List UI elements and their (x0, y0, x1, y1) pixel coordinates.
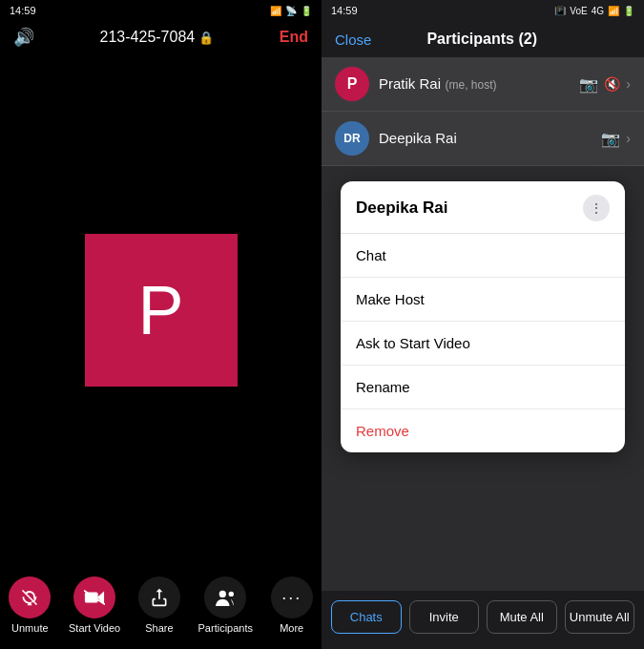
share-icon (150, 588, 169, 607)
participants-icon-bg (204, 576, 246, 618)
participants-icon (215, 589, 236, 606)
participants-button[interactable]: Participants (198, 576, 253, 634)
avatar-letter: P (137, 271, 183, 349)
video-area: P (0, 53, 322, 567)
deepika-name: Deepika Rai (379, 130, 457, 146)
pratik-name: Pratik Rai (379, 75, 441, 92)
start-video-icon-bg (73, 576, 115, 618)
pratik-tag: (me, host) (445, 78, 496, 92)
participants-label: Participants (198, 622, 253, 634)
mic-slash-icon (20, 588, 39, 607)
call-number: 213-425-7084 🔒 (100, 29, 215, 46)
unmute-icon-bg (9, 576, 51, 618)
participant-row-pratik[interactable]: P Pratik Rai (me, host) 📷 🔇 › (322, 57, 644, 112)
deepika-info: Deepika Rai (379, 130, 601, 147)
more-button[interactable]: ··· More (271, 576, 313, 634)
context-menu-header: Deepika Rai ⋮ (341, 181, 625, 234)
right-status-icons: 📳 VoE 4G 📶 🔋 (554, 6, 634, 16)
deepika-status-icons: 📷 › (601, 130, 631, 148)
unmute-button[interactable]: Unmute (9, 576, 51, 634)
share-icon-bg (138, 576, 180, 618)
context-menu-chat[interactable]: Chat (341, 234, 625, 278)
start-video-button[interactable]: Start Video (69, 576, 120, 634)
participants-list: P Pratik Rai (me, host) 📷 🔇 › DR Deepika… (322, 57, 644, 166)
video-slash-icon (84, 590, 105, 605)
context-menu-ask-video[interactable]: Ask to Start Video (341, 322, 625, 366)
context-menu-make-host[interactable]: Make Host (341, 278, 625, 322)
deepika-video-muted-icon: 📷 (601, 130, 620, 148)
end-button[interactable]: End (280, 29, 308, 46)
right-bottom-bar: Chats Invite Mute All Unmute All (322, 591, 644, 649)
left-panel: 14:59 📶 📡 🔋 🔊 213-425-7084 🔒 End P (0, 0, 322, 649)
left-status-icons: 📶 📡 🔋 (270, 6, 312, 16)
right-panel: 14:59 📳 VoE 4G 📶 🔋 Close Participants (2… (322, 0, 644, 649)
share-label: Share (145, 622, 173, 634)
invite-button[interactable]: Invite (409, 600, 480, 634)
more-icon-bg: ··· (271, 576, 313, 618)
share-button[interactable]: Share (138, 576, 180, 634)
right-status-bar: 14:59 📳 VoE 4G 📶 🔋 (322, 0, 644, 21)
svg-point-4 (219, 591, 226, 597)
more-label: More (280, 622, 303, 634)
left-status-bar: 14:59 📶 📡 🔋 (0, 0, 322, 21)
svg-point-5 (229, 592, 234, 597)
context-menu-title: Deepika Rai (356, 199, 447, 218)
unmute-label: Unmute (11, 622, 49, 634)
pratik-avatar: P (335, 67, 369, 101)
mute-all-button[interactable]: Mute All (487, 600, 557, 634)
deepika-avatar: DR (335, 121, 369, 156)
unmute-all-button[interactable]: Unmute All (565, 600, 635, 634)
pratik-info: Pratik Rai (me, host) (379, 75, 579, 93)
pratik-mic-muted-icon: 🔇 (604, 76, 620, 92)
lock-icon: 🔒 (198, 31, 214, 45)
participant-avatar-box: P (85, 234, 238, 387)
close-button[interactable]: Close (335, 31, 371, 48)
context-menu-rename[interactable]: Rename (341, 366, 625, 409)
right-time: 14:59 (331, 5, 358, 16)
left-bottom-bar: Unmute Start Video Share (0, 567, 322, 649)
participants-header: Close Participants (2) (322, 21, 644, 57)
pratik-video-muted-icon: 📷 (579, 75, 598, 94)
participant-row-deepika[interactable]: DR Deepika Rai 📷 › (322, 112, 644, 166)
deepika-chevron-icon: › (626, 131, 631, 146)
context-menu-remove[interactable]: Remove (341, 409, 625, 452)
chats-button[interactable]: Chats (331, 600, 402, 634)
more-dots-icon: ··· (281, 588, 301, 608)
pratik-status-icons: 📷 🔇 › (579, 75, 631, 94)
start-video-label: Start Video (69, 622, 120, 634)
pratik-chevron-icon: › (626, 76, 631, 92)
context-menu: Deepika Rai ⋮ Chat Make Host Ask to Star… (341, 181, 625, 452)
context-menu-more-button[interactable]: ⋮ (583, 195, 610, 221)
call-header: 🔊 213-425-7084 🔒 End (0, 21, 322, 53)
left-time: 14:59 (10, 5, 36, 16)
speaker-icon: 🔊 (13, 27, 34, 48)
participants-title: Participants (2) (426, 31, 537, 48)
